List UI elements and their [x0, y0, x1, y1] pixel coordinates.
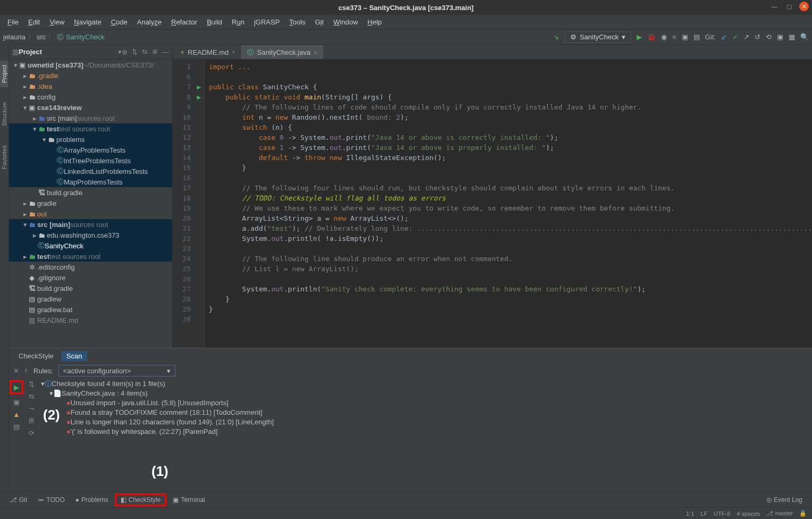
- menu-navigate[interactable]: Navigate: [70, 17, 105, 27]
- run-icon[interactable]: ▶: [637, 33, 642, 41]
- left-tool-strip: Project Structure Favorites: [0, 45, 9, 491]
- code-content[interactable]: import ... public class SanityCheck { pu…: [205, 60, 812, 348]
- code-editor[interactable]: 1678910111213141516171819202122232425262…: [173, 60, 812, 348]
- git-commit-icon[interactable]: ✓: [732, 33, 738, 41]
- coverage-icon[interactable]: ◉: [661, 33, 667, 41]
- navigation-bar: jelauria 〉 src 〉 Ⓒ SanityCheck ↘ ⚙ Sanit…: [0, 30, 812, 45]
- git-push-icon[interactable]: ↗: [743, 33, 749, 41]
- project-title: Project: [19, 48, 118, 56]
- stop-icon[interactable]: ■: [672, 33, 676, 41]
- left-tab-structure[interactable]: Structure: [0, 98, 9, 130]
- expand-icon[interactable]: ⇅: [132, 48, 138, 56]
- minimize-icon[interactable]: —: [769, 2, 779, 11]
- settings-icon[interactable]: ▤: [13, 423, 20, 431]
- close-icon[interactable]: ✕: [799, 2, 809, 11]
- bottom-tool-git[interactable]: ⎇ Git: [5, 495, 31, 505]
- panel-left-toolbar: ▶ ▣ ▲ ▤: [9, 378, 24, 491]
- menu-tools[interactable]: Tools: [285, 17, 309, 27]
- chevron-right-icon: 〉: [28, 32, 35, 42]
- panel-tabs: CheckStyle Scan ✲ —: [9, 348, 812, 363]
- bottom-tool-checkstyle[interactable]: ◧ CheckStyle: [115, 493, 167, 506]
- chevron-right-icon: 〉: [48, 32, 55, 42]
- breadcrumb-item[interactable]: jelauria: [3, 33, 26, 41]
- menu-run[interactable]: Run: [227, 17, 249, 27]
- module-icon[interactable]: ▣: [13, 398, 20, 406]
- menu-file[interactable]: File: [3, 17, 23, 27]
- collapse-icon[interactable]: ⇆: [29, 392, 35, 400]
- expand-icon[interactable]: ⇅: [29, 380, 35, 388]
- git-history-icon[interactable]: ↺: [755, 33, 760, 41]
- caret-position[interactable]: 1:1: [686, 510, 694, 517]
- left-tab-project[interactable]: Project: [0, 61, 9, 87]
- indent-info[interactable]: 4 spaces: [737, 510, 760, 517]
- filter-icon[interactable]: ⫯: [24, 367, 28, 375]
- export-icon[interactable]: 🖹: [28, 417, 35, 425]
- project-header: ▥ Project ▾ ⊕ ⇅ ⇆ ✲ —: [9, 45, 172, 60]
- annotation-2: (2): [43, 407, 60, 423]
- status-bar: 1:1 LF UTF-8 4 spaces ⎇ master 🔒: [0, 507, 812, 519]
- menu-edit[interactable]: Edit: [24, 17, 44, 27]
- locate-icon[interactable]: ⊕: [122, 48, 128, 56]
- line-separator[interactable]: LF: [700, 510, 707, 517]
- breadcrumb-item[interactable]: src: [37, 33, 46, 41]
- bottom-tool-problems[interactable]: ● Problems: [71, 495, 113, 505]
- menu-help[interactable]: Help: [363, 17, 386, 27]
- menu-code[interactable]: Code: [107, 17, 132, 27]
- git-update-icon[interactable]: ↙: [721, 33, 727, 41]
- collapse-icon[interactable]: ⇆: [142, 48, 148, 56]
- warn-icon[interactable]: ▲: [13, 411, 20, 418]
- breadcrumb-item[interactable]: Ⓒ SanityCheck: [57, 32, 105, 42]
- window-title: cse373 – SanityCheck.java [cse373.main]: [339, 4, 473, 12]
- menu-window[interactable]: Window: [329, 17, 362, 27]
- toolbar-actions: ↘ ⚙ SanityCheck ▾ ▶ 🐞 ◉ ■ ▣ ▤ Git: ↙ ✓ ↗…: [553, 31, 809, 43]
- annotation-1: (1): [151, 463, 168, 480]
- ide-settings-icon[interactable]: ▦: [789, 33, 795, 41]
- panel-tab-scan[interactable]: Scan: [61, 351, 88, 361]
- close-icon[interactable]: ×: [232, 49, 235, 55]
- close-icon[interactable]: ✕: [13, 367, 19, 375]
- maximize-icon[interactable]: ▢: [784, 2, 794, 11]
- run-config-combo[interactable]: ⚙ SanityCheck ▾: [564, 31, 631, 43]
- search-icon[interactable]: 🔍: [800, 33, 809, 41]
- panel-tab-checkstyle[interactable]: CheckStyle: [13, 351, 59, 361]
- project-tree[interactable]: ▾▣uwnetid [cse373] ~/Documents/CSE373/ ▸…: [9, 60, 172, 348]
- debug-icon[interactable]: 🐞: [647, 33, 656, 41]
- bottom-tool-bar: ⎇ Git ≔ TODO ● Problems ◧ CheckStyle ▣ T…: [0, 491, 812, 507]
- rules-combo[interactable]: <active configuration>▾: [58, 365, 175, 376]
- profiler2-icon[interactable]: ▤: [693, 33, 700, 41]
- folder-icon: ▥: [12, 48, 19, 56]
- menu-build[interactable]: Build: [202, 17, 226, 27]
- menu-view[interactable]: View: [45, 17, 69, 27]
- autoscroll-icon[interactable]: ⤳: [29, 405, 35, 413]
- line-numbers: 1678910111213141516171819202122232425262…: [173, 60, 194, 348]
- close-icon[interactable]: ×: [314, 49, 317, 56]
- project-tool-window: ▥ Project ▾ ⊕ ⇅ ⇆ ✲ — ▾▣uwnetid [cse373]…: [9, 45, 173, 348]
- bottom-tool-todo[interactable]: ≔ TODO: [33, 495, 69, 505]
- checkstyle-panel: CheckStyle Scan ✲ — ✕ ⫯ Rules: <active c…: [9, 348, 812, 491]
- gear-icon[interactable]: ✲: [152, 48, 158, 56]
- git-rollback-icon[interactable]: ⟲: [766, 33, 772, 41]
- lock-icon[interactable]: 🔒: [799, 510, 807, 517]
- hide-icon[interactable]: —: [162, 48, 169, 56]
- menu-jgrasp[interactable]: jGRASP: [250, 17, 284, 27]
- file-encoding[interactable]: UTF-8: [714, 510, 730, 517]
- rules-label: Rules:: [33, 367, 53, 375]
- editor-tab[interactable]: ▾README.md×: [175, 45, 241, 59]
- menu-analyze[interactable]: Analyze: [133, 17, 166, 27]
- editor-area: ▾README.md× ⒸSanityCheck.java× 167891011…: [173, 45, 812, 348]
- profiler-icon[interactable]: ▣: [682, 33, 688, 41]
- hammer-icon[interactable]: ↘: [553, 33, 559, 41]
- scan-play-button[interactable]: ▶: [10, 380, 23, 394]
- bottom-tool-terminal[interactable]: ▣ Terminal: [168, 495, 209, 505]
- gutter-icons[interactable]: ▶▶: [194, 60, 205, 348]
- reload-icon[interactable]: ⟳: [29, 429, 35, 437]
- window-titlebar: cse373 – SanityCheck.java [cse373.main] …: [0, 0, 812, 15]
- left-tab-favorites[interactable]: Favorites: [0, 141, 9, 173]
- menu-refactor[interactable]: Refactor: [167, 17, 201, 27]
- menu-git[interactable]: Git: [311, 17, 328, 27]
- event-log[interactable]: ◎ Event Log: [762, 495, 807, 505]
- project-struct-icon[interactable]: ▣: [777, 33, 783, 41]
- panel-left-toolbar-2: ⇅ ⇆ ⤳ 🖹 ⟳: [24, 378, 39, 491]
- editor-tab[interactable]: ⒸSanityCheck.java×: [241, 45, 323, 59]
- git-branch[interactable]: ⎇ master: [766, 510, 793, 517]
